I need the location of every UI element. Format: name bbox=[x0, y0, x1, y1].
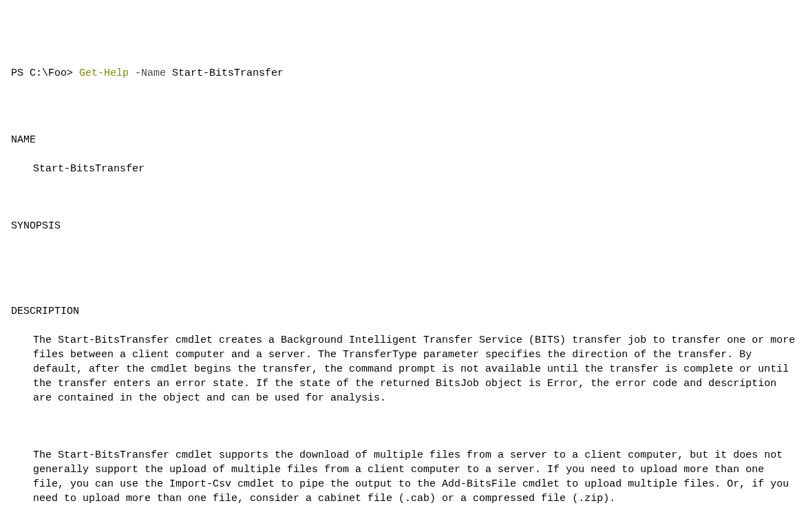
name-value: Start-BitsTransfer bbox=[11, 162, 797, 176]
synopsis-heading: SYNOPSIS bbox=[11, 219, 797, 233]
command-argument: Start-BitsTransfer bbox=[166, 67, 284, 79]
synopsis-blank bbox=[11, 248, 797, 262]
description-gap bbox=[11, 420, 797, 434]
prompt-path: C:\Foo> bbox=[30, 67, 79, 79]
prompt-prefix: PS bbox=[11, 67, 30, 79]
command-prompt-line[interactable]: PS C:\Foo> Get-Help -Name Start-BitsTran… bbox=[11, 66, 797, 81]
description-heading: DESCRIPTION bbox=[11, 304, 797, 319]
description-paragraph-2: The Start-BitsTransfer cmdlet supports t… bbox=[11, 448, 797, 506]
command-cmdlet: Get-Help bbox=[79, 67, 129, 79]
description-paragraph-1: The Start-BitsTransfer cmdlet creates a … bbox=[11, 333, 797, 405]
command-param-name: Name bbox=[141, 67, 166, 79]
command-param-flag: - bbox=[129, 67, 141, 79]
description-trailing-gap bbox=[11, 520, 797, 532]
name-heading: NAME bbox=[11, 133, 797, 147]
